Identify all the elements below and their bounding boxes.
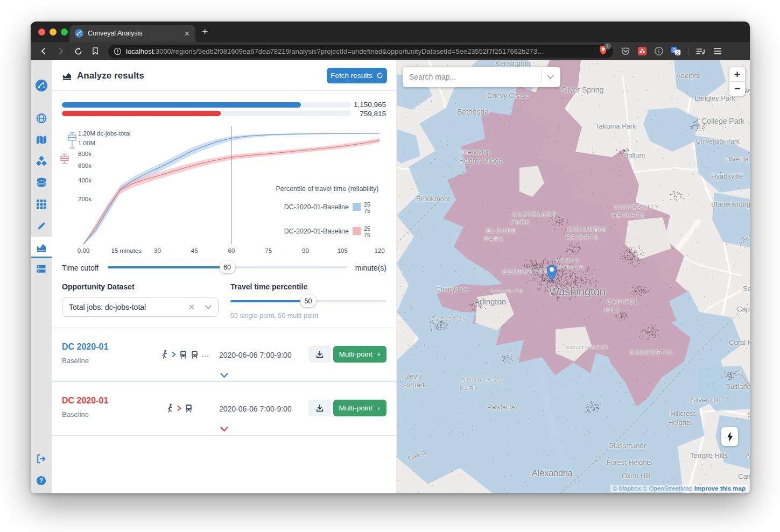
forward-button[interactable] [54,45,67,58]
sidebar-opportunity-datasets-icon[interactable] [31,172,52,194]
bus-icon [179,350,187,359]
zoom-in-button[interactable]: + [729,67,745,81]
download-icon [316,405,324,412]
sidebar-regional-server-icon[interactable] [31,258,52,280]
site-info-icon[interactable] [114,47,122,55]
walk-icon [161,350,168,359]
map-canvas[interactable]: KensingtonSilver SpringChevy ChaseAdelph… [397,60,750,493]
map-label: Glassmanor [608,442,647,450]
conveyal-logo-icon[interactable] [31,75,52,96]
back-button[interactable] [37,45,50,58]
scenario-2-expand-chevron[interactable] [220,424,228,434]
attrib-improve-link[interactable]: Improve this map [694,485,746,492]
svg-text:文: 文 [676,51,680,55]
accessibility-bar-track-2 [62,111,351,116]
zoom-out-button[interactable]: − [729,82,745,96]
scenario-1-expand-chevron[interactable] [220,371,228,380]
sidebar-regions-globe-icon[interactable] [31,108,52,129]
search-chevron-icon[interactable] [547,75,554,80]
map-label: PARK [511,219,531,225]
chevron-down-icon[interactable] [205,305,212,309]
sidebar-projects-map-icon[interactable] [31,129,52,151]
legend-percentile-top: 25 [364,225,370,232]
map-label: Oxon Hill [622,472,650,480]
scenario-1-datetime: 2020-06-06 7:00-9:00 [219,351,292,359]
opportunity-dataset-value: Total jobs: dc-jobs-total [69,303,146,311]
legend-swatch [353,203,361,211]
bookmark-icon[interactable] [89,45,102,58]
map-label: Hillcrest [670,409,695,417]
playlist-icon[interactable] [695,47,706,56]
time-cutoff-handle[interactable]: 60 [220,261,235,273]
maximize-window-button[interactable] [61,29,68,36]
extension-info-icon[interactable] [654,46,664,56]
chart-x-tick: 15 minutes [111,247,142,254]
menu-icon[interactable] [713,47,722,55]
time-cutoff-label: Time cutoff [62,264,99,272]
map-label: PARK [460,385,480,392]
sidebar-analyze-chart-icon[interactable] [31,237,52,258]
tab-close-icon[interactable]: ✕ [184,30,190,38]
map-label: UNIVERSITY [614,204,660,210]
bus-icon [185,404,193,413]
scenario-1-name[interactable]: DC 2020-01 [62,342,108,352]
scenario-2-multipoint-button[interactable]: Multi-point+ [333,400,387,416]
scenario-1-modes: ... [161,350,209,359]
refresh-icon [376,72,383,79]
scenario-2-datetime: 2020-06-06 7:00-9:00 [219,405,292,413]
url-text: localhost:3000/regions/5edb2f081609ea67d… [126,46,544,56]
fetch-results-button[interactable]: Fetch results [327,68,387,83]
time-cutoff-slider[interactable]: 60 [108,266,347,268]
map-label: Sui [748,412,750,419]
map-search-box[interactable]: Search map... [403,67,560,87]
sidebar-grid-icon[interactable] [31,194,52,215]
sidebar-signout-icon[interactable] [31,448,52,470]
map-label: CIRCLE [558,264,584,270]
scenario-2-download-button[interactable] [308,400,331,416]
sidebar-edit-pencil-icon[interactable] [31,215,52,237]
url-bar[interactable]: localhost:3000/regions/5edb2f081609ea67d… [108,45,613,58]
browser-tab[interactable]: Conveyal Analysis ✕ [69,25,195,42]
map-bolt-button[interactable] [721,427,738,446]
chart-y-tick: 600k [78,162,92,169]
opportunity-dataset-select[interactable]: Total jobs: dc-jobs-total ✕ [62,297,219,317]
scenario-1-multipoint-button[interactable]: Multi-point+ [333,346,387,363]
map-label: DOUGLASS [461,377,502,384]
map-label: Capitol Hei [737,305,750,313]
traffic-lights [38,29,68,36]
attrib-osm-link[interactable]: © OpenStreetMap [643,485,693,492]
map-label: Cherrydale [436,286,468,293]
map-search-placeholder: Search map... [409,73,541,81]
percentile-handle[interactable]: 50 [300,295,316,307]
extension-red-icon[interactable] [637,46,647,56]
map-label: Temple Hills [690,451,728,459]
scenario-2-name[interactable]: DC 2020-01 [62,396,108,406]
percentile-slider[interactable]: 50 [230,300,387,302]
brave-shield-icon[interactable]: 1 [599,45,608,57]
legend-title: Percentile of travel time (reliability) [276,185,378,193]
url-path: :3000/regions/5edb2f081609ea67dea78219/a… [153,47,544,55]
map-label: Silver Spring [561,86,603,94]
sidebar-network-bundles-icon[interactable] [31,151,52,172]
attrib-mapbox-link[interactable]: © Mapbox [613,485,641,492]
accessibility-value-blue: 1,150,965 [352,101,386,109]
tab-title: Conveyal Analysis [88,30,180,37]
extension-pocket-icon[interactable] [621,46,630,56]
map-label: Adelphi [676,72,699,80]
select-divider [200,301,200,313]
legend-label: DC-2020-01-Baseline [284,203,349,211]
legend-percentile-bottom: 75 [364,208,370,214]
minimize-window-button[interactable] [50,29,57,36]
translate-icon[interactable]: G文 [671,46,681,56]
close-window-button[interactable] [38,29,45,36]
new-tab-button[interactable]: + [202,26,208,38]
map-label: CLEVELAND [513,211,557,217]
accessibility-bar-blue [62,102,301,108]
map-label: HILL [605,307,621,313]
reload-button[interactable] [72,45,85,58]
clear-selection-icon[interactable]: ✕ [188,302,195,312]
scenario-1-download-button[interactable] [308,346,331,363]
map-label: HEIGHTS [612,212,645,218]
sidebar-help-icon[interactable]: ? [31,470,52,491]
map-label: Heights Village [459,157,502,165]
